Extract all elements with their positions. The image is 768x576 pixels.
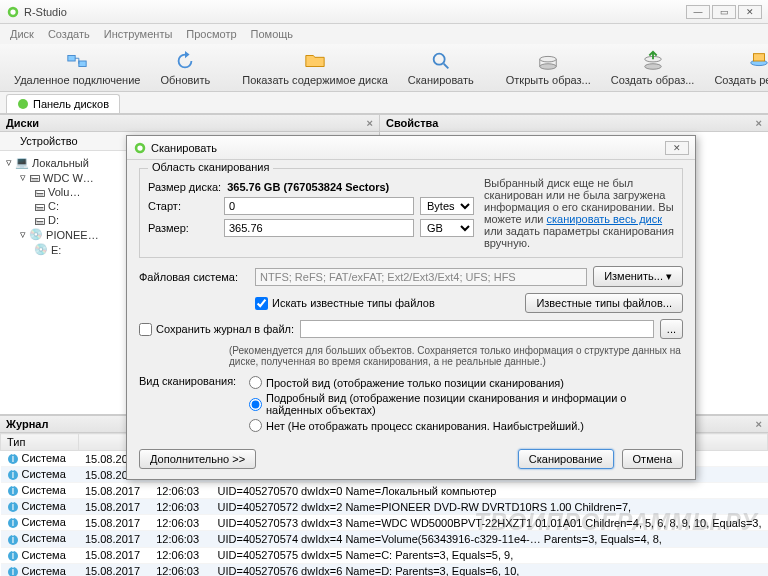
save-journal-checkbox[interactable]: Сохранить журнал в файл: xyxy=(139,323,294,336)
tabbar: Панель дисков xyxy=(0,92,768,114)
tb-refresh[interactable]: Обновить xyxy=(152,48,218,88)
size-label: Размер: xyxy=(148,222,218,234)
start-unit-select[interactable]: Bytes xyxy=(420,197,474,215)
svg-point-7 xyxy=(644,63,661,69)
journal-row[interactable]: iСистема15.08.201712:06:03UID=405270574 … xyxy=(1,531,768,547)
menubar: Диск Создать Инструменты Просмотр Помощь xyxy=(0,24,768,44)
fs-label: Файловая система: xyxy=(139,271,249,283)
disks-pane-header: Диски× xyxy=(0,114,379,132)
svg-text:i: i xyxy=(11,517,13,528)
region-icon xyxy=(748,50,768,72)
tb-create-image[interactable]: Создать образ... xyxy=(603,48,703,88)
close-button[interactable]: ✕ xyxy=(738,5,762,19)
window-title: R-Studio xyxy=(24,6,686,18)
pane-close-icon[interactable]: × xyxy=(367,117,373,129)
journal-row[interactable]: iСистема15.08.201712:06:03UID=405270570 … xyxy=(1,483,768,499)
menu-disk[interactable]: Диск xyxy=(10,28,34,40)
menu-tools[interactable]: Инструменты xyxy=(104,28,173,40)
svg-text:i: i xyxy=(11,469,13,480)
svg-text:i: i xyxy=(11,485,13,496)
svg-text:i: i xyxy=(11,501,13,512)
svg-point-11 xyxy=(18,99,28,109)
size-input[interactable] xyxy=(224,219,414,237)
pane-close-icon[interactable]: × xyxy=(756,117,762,129)
tab-label: Панель дисков xyxy=(33,98,109,110)
props-pane-header: Свойства× xyxy=(380,114,768,132)
svg-point-1 xyxy=(10,9,15,14)
dialog-close-button[interactable]: ✕ xyxy=(665,141,689,155)
journal-row[interactable]: iСистема15.08.201712:06:03UID=405270572 … xyxy=(1,499,768,515)
disk-size-label: Размер диска: xyxy=(148,181,221,193)
svg-text:i: i xyxy=(11,550,13,561)
svg-point-6 xyxy=(540,56,557,62)
save-journal-path-input[interactable] xyxy=(300,320,654,338)
svg-point-4 xyxy=(433,53,444,64)
start-label: Старт: xyxy=(148,200,218,212)
window-titlebar: R-Studio — ▭ ✕ xyxy=(0,0,768,24)
journal-row[interactable]: iСистема15.08.201712:06:03UID=405270575 … xyxy=(1,547,768,563)
pane-close-icon[interactable]: × xyxy=(756,418,762,430)
fs-change-button[interactable]: Изменить... ▾ xyxy=(593,266,683,287)
svg-text:i: i xyxy=(11,453,13,464)
svg-point-29 xyxy=(137,145,142,150)
svg-rect-2 xyxy=(68,55,75,61)
svg-rect-10 xyxy=(753,53,764,60)
radio-none[interactable] xyxy=(249,419,262,432)
tb-remote-connect[interactable]: Удаленное подключение xyxy=(6,48,148,88)
tab-disks-panel[interactable]: Панель дисков xyxy=(6,94,120,113)
folder-open-icon xyxy=(304,50,326,72)
radio-detailed[interactable] xyxy=(249,398,262,411)
start-input[interactable] xyxy=(224,197,414,215)
disk-size-value: 365.76 GB (767053824 Sectors) xyxy=(227,181,389,193)
known-types-button[interactable]: Известные типы файлов... xyxy=(525,293,683,313)
col-header[interactable]: Тип xyxy=(1,434,79,451)
fs-input xyxy=(255,268,587,286)
scan-icon xyxy=(430,50,452,72)
svg-rect-3 xyxy=(79,61,86,67)
view-label: Вид сканирования: xyxy=(139,373,249,435)
menu-view[interactable]: Просмотр xyxy=(186,28,236,40)
group-label: Область сканирования xyxy=(148,161,273,173)
cancel-button[interactable]: Отмена xyxy=(622,449,683,469)
scan-hint: Выбранный диск еще не был сканирован или… xyxy=(474,177,674,249)
remote-icon xyxy=(66,50,88,72)
panel-icon xyxy=(17,98,29,110)
radio-simple[interactable] xyxy=(249,376,262,389)
svg-text:i: i xyxy=(11,566,13,576)
tb-open-image[interactable]: Открыть образ... xyxy=(498,48,599,88)
svg-text:i: i xyxy=(11,534,13,545)
save-hint: (Рекомендуется для больших объектов. Сох… xyxy=(229,345,683,367)
minimize-button[interactable]: — xyxy=(686,5,710,19)
scan-button[interactable]: Сканирование xyxy=(518,449,614,469)
menu-create[interactable]: Создать xyxy=(48,28,90,40)
tb-create-region[interactable]: Создать регион... xyxy=(706,48,768,88)
scan-whole-disk-link[interactable]: сканировать весь диск xyxy=(547,213,663,225)
journal-row[interactable]: iСистема15.08.201712:06:03UID=405270576 … xyxy=(1,563,768,576)
menu-help[interactable]: Помощь xyxy=(251,28,294,40)
browse-button[interactable]: ... xyxy=(660,319,683,339)
tb-scan[interactable]: Сканировать xyxy=(400,48,482,88)
svg-point-5 xyxy=(540,63,557,69)
dialog-title: Сканировать xyxy=(151,142,217,154)
toolbar: Удаленное подключение Обновить Показать … xyxy=(0,44,768,92)
image-open-icon xyxy=(537,50,559,72)
refresh-icon xyxy=(174,50,196,72)
size-unit-select[interactable]: GB xyxy=(420,219,474,237)
image-create-icon xyxy=(642,50,664,72)
app-icon xyxy=(133,141,147,155)
maximize-button[interactable]: ▭ xyxy=(712,5,736,19)
known-types-checkbox[interactable]: Искать известные типы файлов xyxy=(255,297,435,310)
scan-dialog: Сканировать ✕ Область сканирования Разме… xyxy=(126,135,696,480)
app-icon xyxy=(6,5,20,19)
journal-row[interactable]: iСистема15.08.201712:06:03UID=405270573 … xyxy=(1,515,768,531)
tb-show-content[interactable]: Показать содержимое диска xyxy=(234,48,396,88)
advanced-button[interactable]: Дополнительно >> xyxy=(139,449,256,469)
